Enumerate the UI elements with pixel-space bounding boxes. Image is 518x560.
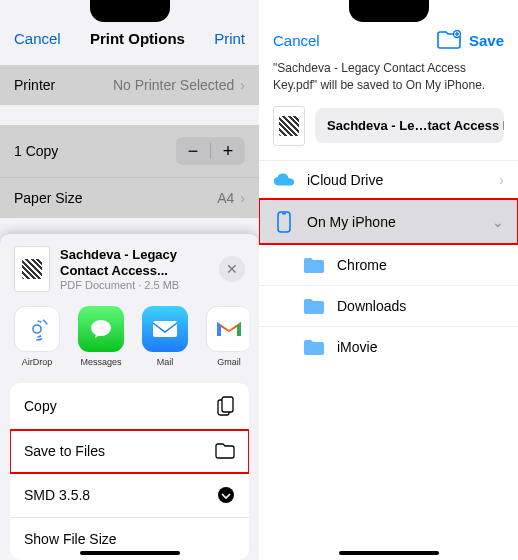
folder-label: Downloads bbox=[337, 298, 406, 314]
chevron-right-icon: › bbox=[240, 190, 245, 206]
close-icon[interactable]: ✕ bbox=[219, 256, 245, 282]
printer-value: No Printer Selected bbox=[113, 77, 234, 93]
svg-point-3 bbox=[91, 320, 111, 336]
new-folder-icon[interactable] bbox=[437, 30, 461, 50]
paper-label: Paper Size bbox=[14, 190, 82, 206]
chevron-right-icon: › bbox=[240, 77, 245, 93]
minus-icon[interactable]: − bbox=[176, 137, 210, 165]
messages-app[interactable]: Messages bbox=[76, 306, 126, 367]
notch bbox=[349, 0, 429, 22]
folder-row-chrome[interactable]: Chrome bbox=[259, 244, 518, 285]
page-title: Print Options bbox=[90, 30, 185, 47]
action-label: Save to Files bbox=[24, 443, 105, 459]
share-sheet: Sachdeva - Legacy Contact Access... PDF … bbox=[0, 234, 259, 560]
share-doc-title: Sachdeva - Legacy Contact Access... bbox=[60, 247, 209, 280]
copies-row: 1 Copy − + bbox=[0, 125, 259, 177]
cloud-icon bbox=[273, 172, 295, 188]
location-label: On My iPhone bbox=[307, 214, 474, 230]
save-to-files-action[interactable]: Save to Files bbox=[10, 430, 249, 473]
folder-label: iMovie bbox=[337, 339, 377, 355]
copy-action[interactable]: Copy bbox=[10, 383, 249, 430]
copies-label: 1 Copy bbox=[14, 143, 58, 159]
folder-icon bbox=[215, 443, 235, 459]
save-button[interactable]: Save bbox=[469, 32, 504, 49]
home-indicator bbox=[80, 551, 180, 555]
paper-size-row[interactable]: Paper Size A4 › bbox=[0, 177, 259, 218]
cancel-button[interactable]: Cancel bbox=[273, 32, 320, 49]
mail-app[interactable]: Mail bbox=[140, 306, 190, 367]
icloud-drive-row[interactable]: iCloud Drive › bbox=[259, 160, 518, 199]
iphone-icon bbox=[277, 211, 291, 233]
svg-rect-7 bbox=[222, 397, 233, 412]
folder-icon bbox=[303, 338, 325, 356]
svg-point-0 bbox=[33, 325, 41, 333]
svg-rect-12 bbox=[282, 213, 286, 215]
action-label: SMD 3.5.8 bbox=[24, 487, 90, 503]
mail-icon bbox=[151, 319, 179, 339]
file-name-field[interactable]: Sachdeva - Le…tact Access Key bbox=[315, 108, 504, 143]
chevron-right-icon: › bbox=[499, 172, 504, 188]
share-doc-meta: PDF Document · 2.5 MB bbox=[60, 279, 209, 291]
chevron-down-icon: ⌄ bbox=[492, 214, 504, 230]
svg-point-1 bbox=[29, 321, 45, 337]
folder-row-imovie[interactable]: iMovie bbox=[259, 326, 518, 367]
document-thumbnail bbox=[273, 106, 305, 146]
airdrop-icon bbox=[22, 314, 52, 344]
app-label: AirDrop bbox=[22, 357, 53, 367]
printer-row[interactable]: Printer No Printer Selected › bbox=[0, 65, 259, 105]
svg-rect-4 bbox=[153, 321, 177, 337]
location-label: iCloud Drive bbox=[307, 172, 481, 188]
print-button[interactable]: Print bbox=[214, 30, 245, 47]
paper-value: A4 bbox=[217, 190, 234, 206]
svg-point-2 bbox=[26, 318, 48, 340]
folder-icon bbox=[303, 256, 325, 274]
home-indicator bbox=[339, 551, 439, 555]
app-label: Mail bbox=[157, 357, 174, 367]
folder-label: Chrome bbox=[337, 257, 387, 273]
action-label: Copy bbox=[24, 398, 57, 414]
notch bbox=[90, 0, 170, 22]
cancel-button[interactable]: Cancel bbox=[14, 30, 61, 47]
copies-stepper[interactable]: − + bbox=[176, 137, 245, 165]
gmail-icon bbox=[214, 318, 244, 340]
action-label: Show File Size bbox=[24, 531, 117, 547]
chevron-down-circle-icon bbox=[217, 486, 235, 504]
folder-row-downloads[interactable]: Downloads bbox=[259, 285, 518, 326]
app-label: Messages bbox=[80, 357, 121, 367]
smd-action[interactable]: SMD 3.5.8 bbox=[10, 473, 249, 518]
app-label: Gmail bbox=[217, 357, 241, 367]
svg-rect-11 bbox=[278, 212, 290, 232]
printer-label: Printer bbox=[14, 77, 55, 93]
airdrop-app[interactable]: AirDrop bbox=[12, 306, 62, 367]
messages-icon bbox=[87, 315, 115, 343]
plus-icon[interactable]: + bbox=[211, 137, 245, 165]
gmail-app[interactable]: Gmail bbox=[204, 306, 249, 367]
svg-point-8 bbox=[218, 487, 234, 503]
save-message: "Sachdeva - Legacy Contact Access Key.pd… bbox=[259, 60, 518, 106]
folder-icon bbox=[303, 297, 325, 315]
copy-icon bbox=[217, 396, 235, 416]
document-thumbnail bbox=[14, 246, 50, 292]
on-my-iphone-row[interactable]: On My iPhone ⌄ bbox=[259, 199, 518, 244]
